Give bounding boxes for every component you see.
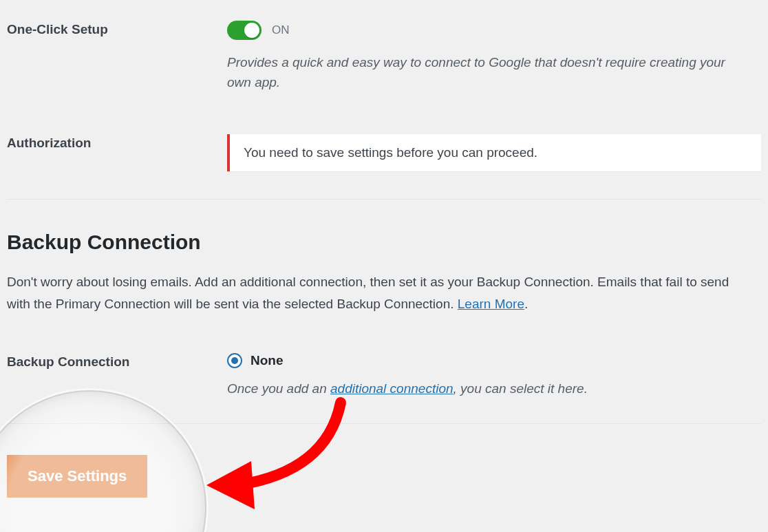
backup-connection-title: Backup Connection [7, 231, 761, 254]
svg-marker-0 [206, 461, 255, 509]
toggle-knob-icon [244, 23, 259, 38]
backup-connection-row: Backup Connection None Once you add an a… [7, 315, 761, 398]
red-arrow-icon [193, 385, 365, 523]
one-click-setup-field: ON Provides a quick and easy way to conn… [227, 21, 761, 93]
backup-connection-field: None Once you add an additional connecti… [227, 353, 761, 398]
toggle-state-text: ON [272, 23, 290, 37]
authorization-alert-text: You need to save settings before you can… [244, 145, 537, 160]
hint-prefix: Once you add an [227, 381, 330, 396]
hint-suffix: , you can select it here. [454, 381, 588, 396]
save-settings-button[interactable]: Save Settings [7, 455, 147, 498]
backup-option-none-label: None [250, 353, 284, 368]
authorization-label: Authorization [7, 134, 227, 151]
authorization-row: Authorization You need to save settings … [7, 93, 761, 171]
divider [7, 199, 761, 200]
radio-dot-icon [231, 357, 238, 364]
one-click-setup-description: Provides a quick and easy way to connect… [227, 52, 750, 93]
divider-2 [7, 423, 761, 424]
learn-more-link[interactable]: Learn More [458, 297, 524, 311]
backup-connection-hint: Once you add an additional connection, y… [227, 379, 750, 398]
authorization-alert: You need to save settings before you can… [227, 134, 761, 171]
backup-connection-label: Backup Connection [7, 353, 227, 370]
backup-connection-description: Don't worry about losing emails. Add an … [7, 271, 747, 316]
backup-desc-text: Don't worry about losing emails. Add an … [7, 275, 729, 311]
one-click-setup-toggle[interactable] [227, 21, 262, 40]
one-click-setup-row: One-Click Setup ON Provides a quick and … [7, 0, 761, 93]
radio-icon [227, 353, 242, 368]
backup-option-none[interactable]: None [227, 353, 761, 368]
authorization-field: You need to save settings before you can… [227, 134, 761, 171]
toggle-wrap: ON [227, 21, 761, 40]
one-click-setup-label: One-Click Setup [7, 21, 227, 37]
additional-connection-link[interactable]: additional connection [330, 381, 454, 396]
